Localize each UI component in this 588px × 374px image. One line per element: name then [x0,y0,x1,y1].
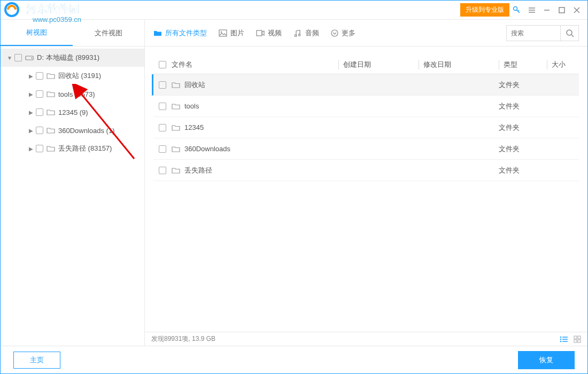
svg-rect-31 [578,336,581,339]
tree-item[interactable]: ▶ tools (3573) [1,85,144,103]
main-area: 树视图 文件视图 ▼ D: 本地磁盘 (89931) ▶ 回收站 (3191) … [1,20,587,346]
cell-name: 丢失路径 [184,166,212,175]
filter-audio[interactable]: 音频 [293,28,319,38]
chevron-down-circle-icon [331,29,338,37]
status-bar: 发现89931项, 13.9 GB [145,332,587,346]
svg-point-20 [298,34,300,36]
cell-type: 文件夹 [499,123,547,133]
file-table: 文件名 创建日期 修改日期 类型 大小 回收站 文件夹 [145,46,587,332]
close-icon[interactable] [569,3,584,18]
svg-point-21 [331,30,338,36]
tree-label: 回收站 (3191) [58,71,101,81]
cell-name: 12345 [184,123,204,131]
table-row[interactable]: 回收站 文件夹 [152,74,579,96]
tree-label: tools (3573) [58,90,95,98]
svg-line-5 [518,10,519,11]
tab-tree-view[interactable]: 树视图 [1,20,73,46]
search-input[interactable] [507,29,560,37]
svg-text:河东软件园: 河东软件园 [26,3,80,14]
filter-label: 图片 [230,28,244,38]
svg-point-19 [295,35,297,37]
caret-right-icon[interactable]: ▶ [27,128,35,134]
header-name[interactable]: 文件名 [172,60,338,69]
svg-rect-16 [219,30,227,36]
checkbox[interactable] [159,167,166,174]
key-icon[interactable] [509,3,524,18]
caret-right-icon[interactable]: ▶ [27,146,35,152]
checkbox[interactable] [159,124,166,131]
cell-type: 文件夹 [499,144,547,154]
checkbox[interactable] [159,103,166,110]
filter-label: 更多 [342,28,355,38]
folder-icon [47,72,55,80]
disk-icon [25,54,34,61]
tree-root-d-drive[interactable]: ▼ D: 本地磁盘 (89931) [1,49,144,67]
search-box [506,25,579,41]
tree-item[interactable]: ▶ 丢失路径 (83157) [1,139,144,158]
table-row[interactable]: 12345 文件夹 [153,117,579,138]
folder-tree: ▼ D: 本地磁盘 (89931) ▶ 回收站 (3191) ▶ tools (… [1,46,144,346]
table-row[interactable]: tools 文件夹 [153,96,579,117]
header-type[interactable]: 类型 [499,60,547,69]
checkbox[interactable] [36,72,43,80]
tree-item[interactable]: ▶ 回收站 (3191) [1,67,144,85]
upgrade-button[interactable]: 升级到专业版 [460,3,509,17]
header-created[interactable]: 创建日期 [338,60,419,69]
tree-label: 360Downloads (1) [58,127,115,135]
table-row[interactable]: 360Downloads 文件夹 [153,138,579,160]
recover-button[interactable]: 恢复 [518,351,575,369]
view-grid-icon[interactable] [574,336,581,343]
checkbox[interactable] [36,127,43,134]
svg-point-28 [560,340,562,342]
minimize-icon[interactable] [539,3,554,18]
select-all-checkbox[interactable] [159,61,166,68]
checkbox[interactable] [159,145,166,153]
caret-right-icon[interactable]: ▶ [27,91,35,97]
cell-name: 360Downloads [184,145,230,153]
filter-image[interactable]: 图片 [219,28,244,38]
tree-item[interactable]: ▶ 360Downloads (1) [1,121,144,139]
tree-label: 12345 (9) [58,108,88,116]
folder-icon [47,90,55,98]
search-button[interactable] [560,26,578,41]
svg-point-22 [567,30,572,35]
home-button[interactable]: 主页 [13,352,60,369]
checkbox[interactable] [36,108,43,116]
checkbox[interactable] [36,145,43,152]
folder-icon [172,103,180,110]
svg-rect-10 [559,7,564,13]
title-bar: 河东软件园 www.pc0359.cn 升级到专业版 [1,1,587,20]
sidebar: 树视图 文件视图 ▼ D: 本地磁盘 (89931) ▶ 回收站 (3191) … [1,20,145,346]
video-icon [256,29,265,37]
app-logo [4,2,23,18]
cell-type: 文件夹 [499,166,547,175]
filter-video[interactable]: 视频 [256,28,282,38]
cell-type: 文件夹 [499,80,547,90]
checkbox[interactable] [14,54,22,61]
filter-bar: 所有文件类型 图片 视频 音频 更多 [145,20,587,46]
svg-point-17 [221,31,222,33]
caret-down-icon[interactable]: ▼ [6,55,13,61]
content-pane: 所有文件类型 图片 视频 音频 更多 [145,20,587,346]
filter-more[interactable]: 更多 [331,28,355,38]
checkbox[interactable] [159,81,166,89]
tree-item[interactable]: ▶ 12345 (9) [1,103,144,121]
header-size[interactable]: 大小 [547,60,579,69]
header-modified[interactable]: 修改日期 [419,60,499,69]
tab-file-view[interactable]: 文件视图 [73,20,145,46]
svg-point-24 [560,336,562,338]
filter-all[interactable]: 所有文件类型 [153,28,207,38]
maximize-icon[interactable] [554,3,569,18]
checkbox[interactable] [36,90,43,98]
svg-point-3 [514,6,517,10]
svg-rect-33 [578,340,581,342]
folder-icon [47,127,55,134]
folder-icon [172,81,180,89]
view-list-icon[interactable] [560,336,568,343]
menu-icon[interactable] [524,3,539,18]
sidebar-tabs: 树视图 文件视图 [1,20,144,46]
caret-right-icon[interactable]: ▶ [27,73,35,79]
table-row[interactable]: 丢失路径 文件夹 [153,160,579,181]
tree-label: 丢失路径 (83157) [58,144,112,153]
caret-right-icon[interactable]: ▶ [27,110,35,115]
